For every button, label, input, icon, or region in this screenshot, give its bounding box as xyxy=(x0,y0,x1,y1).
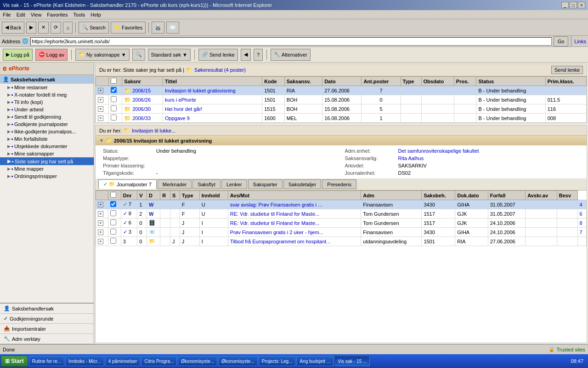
j-row-checkbox[interactable] xyxy=(110,210,116,216)
journal-row[interactable]: + 3 0 📁 J J I Tilbod frå Europaprogramm xyxy=(96,237,587,246)
th-type[interactable]: Type xyxy=(401,77,421,86)
app-nav-importsentraler[interactable]: 📥 Importsentraler xyxy=(0,324,94,334)
row-checkbox[interactable] xyxy=(111,105,117,111)
jth-r[interactable]: R xyxy=(160,191,170,200)
journal-row[interactable]: + ✓ 6 0 🗄️ J I RE: Vdr xyxy=(96,218,587,228)
tittel-link[interactable]: Oppgave 9 xyxy=(165,115,190,121)
tab-saksdetaljer[interactable]: Saksdetaljer xyxy=(283,179,322,189)
row-checkbox[interactable] xyxy=(111,115,117,121)
jth-dnr[interactable]: Dnr xyxy=(121,191,137,200)
saksnr-link[interactable]: 2006/15 xyxy=(132,88,151,93)
table-row[interactable]: + 📁 2006/15 Invitasjon til lukket gratis… xyxy=(96,86,587,95)
start-button[interactable]: ⊞ Start xyxy=(1,356,28,367)
menu-tools[interactable]: Tools xyxy=(74,12,85,17)
menu-view[interactable]: View xyxy=(31,12,42,17)
taskbar-item-rutine[interactable]: Rutine for re... xyxy=(29,356,64,366)
taskbar-item-okonomisyste2[interactable]: Økonomisyste... xyxy=(218,356,258,366)
sidebar-item-mine-mapper[interactable]: ▶ ▪ Mine mapper xyxy=(0,165,94,172)
j-row-checkbox[interactable] xyxy=(110,229,116,235)
table-row[interactable]: + 📁 2006/26 kurs i ePhorte 1501 BOH 15.0… xyxy=(96,95,587,104)
jth-avskr-av[interactable]: Avskr.av xyxy=(526,191,557,200)
row-checkbox[interactable] xyxy=(111,87,117,93)
j-innhold-link[interactable]: RE: Vdr. studietur til Finland for Maste… xyxy=(230,220,319,226)
th-obsdato[interactable]: Obsdato xyxy=(421,77,454,86)
saksansvarlig-link[interactable]: Rita Aalhus xyxy=(398,155,424,161)
j-expand-button[interactable]: + xyxy=(98,220,103,226)
alternativer-button[interactable]: 🔧 Alternativer xyxy=(271,49,311,61)
j-innhold-link[interactable]: RE: Vdr. studietur til Finland for Maste… xyxy=(230,211,319,217)
taskbar-item-projects[interactable]: Projects: Leg... xyxy=(259,356,296,366)
sidebar-item-sendt[interactable]: ▶ ▪ Sendt til godkjenning xyxy=(0,113,94,121)
taskbar-item-citrix[interactable]: Citrix Progra... xyxy=(141,356,177,366)
taskbar-item-vissak[interactable]: Vis sak - 15 ... xyxy=(334,356,370,366)
app-nav-adm[interactable]: 🔧 Adm verktøy xyxy=(0,334,94,344)
sidebar-item-siste-saker[interactable]: ▶ ▪ Siste saker jeg har sett på xyxy=(0,157,94,165)
journal-row[interactable]: + ✓ 7 1 W F U svar avsl xyxy=(96,200,587,209)
tab-lenker[interactable]: Lenker xyxy=(221,179,247,189)
journal-row[interactable]: + ✓ 3 0 📧 J I Prøv Fin xyxy=(96,228,587,237)
sidebar-item-til-info[interactable]: ▶ ▪ Til info (kopi) xyxy=(0,98,94,106)
j-expand-button[interactable]: + xyxy=(98,211,103,217)
sidebar-section-saksbehandler[interactable]: 👤 Saksbehandlersøk xyxy=(0,75,94,84)
j-innhold-link[interactable]: Tilbod frå Europaprogrammet om hospitant… xyxy=(230,239,330,244)
th-dato[interactable]: Dato xyxy=(322,77,362,86)
j-innhold-link[interactable]: svar avslag: Prøv Finansavisen gratis i … xyxy=(230,202,322,207)
th-saksansv[interactable]: Saksansv. xyxy=(284,77,322,86)
taskbar-item-okonomisyste1[interactable]: Økonomisyste... xyxy=(178,356,217,366)
jth-saksbeh[interactable]: Saksbeh. xyxy=(422,191,455,200)
favorites-button[interactable]: ⭐ Favorites xyxy=(111,22,146,34)
tab-merknader[interactable]: Merknader xyxy=(158,179,192,189)
table-row[interactable]: + 📁 2006/30 Hei hvor det går! 1515 BOH 1… xyxy=(96,104,587,114)
saksnr-link[interactable]: 2006/30 xyxy=(132,106,151,112)
refresh-button[interactable]: ⟳ xyxy=(51,22,61,34)
case-breadcrumb-link[interactable]: Invitasjon til lukke... xyxy=(132,128,175,133)
jth-s[interactable]: S xyxy=(170,191,180,200)
adm-enhet-link[interactable]: Det samfunnsvitenskapelige fakultet xyxy=(398,148,479,154)
j-innhold-link[interactable]: Prøv Finansavisen gratis i 2 uker - hjem… xyxy=(230,230,323,235)
taskbar-item-budsjett[interactable]: Ang budsjett ... xyxy=(296,356,334,366)
search-result-link[interactable]: Søkeresultat (4 poster) xyxy=(194,67,246,73)
tittel-link[interactable]: kurs i ePhorte xyxy=(165,97,196,103)
th-tittel[interactable]: Tittel xyxy=(163,77,262,86)
sidebar-item-xnotater[interactable]: ▶ ▪ X-notater fordelt til meg xyxy=(0,91,94,98)
sidebar-item-ordningsprinsipper[interactable]: ▶ ▪ Ordningsprinsipper xyxy=(0,172,94,180)
taskbar-item-innboks[interactable]: Innboks - Micr... xyxy=(65,356,104,366)
j-row-checkbox[interactable] xyxy=(110,238,116,244)
j-expand-button[interactable]: + xyxy=(98,230,103,235)
j-expand-button[interactable]: + xyxy=(98,202,103,207)
search-form-button[interactable]: 🔍 xyxy=(132,49,145,61)
sidebar-item-utsjekkede[interactable]: ▶ ▪ Utsjekkede dokumenter xyxy=(0,143,94,150)
sidebar-item-forfallsliste[interactable]: ▶ ▪ Min forfallsliste xyxy=(0,135,94,143)
journal-row[interactable]: + ✓ 8 2 W F U RE: Vdr. xyxy=(96,209,587,218)
jth-v[interactable]: V xyxy=(137,191,147,200)
jth-adm[interactable]: Adm xyxy=(361,191,422,200)
j-row-checkbox[interactable] xyxy=(110,201,116,207)
logg-pa-button[interactable]: ▶ Logg på xyxy=(3,49,33,61)
tab-presedens[interactable]: Presedens xyxy=(322,179,356,189)
address-input[interactable]: https://ephorte2kurs.uninett.no/uib/ xyxy=(30,37,551,46)
tab-saksparter[interactable]: Saksparter xyxy=(248,179,283,189)
saksnr-link[interactable]: 2006/33 xyxy=(132,115,151,121)
app-nav-godkjenning[interactable]: ✓ Godkjenningsrunde xyxy=(0,314,94,324)
send-lenke-search-button[interactable]: Send lenke xyxy=(551,66,583,74)
menu-help[interactable]: Help xyxy=(90,12,101,17)
expand-row-button[interactable]: + xyxy=(98,88,103,93)
stop-button[interactable]: ✕ xyxy=(38,22,49,34)
sidebar-item-mine-restanser[interactable]: ▶ ▪ Mine restanser xyxy=(0,84,94,91)
sidebar-item-under-arbeid[interactable]: ▶ ▪ Under arbeid xyxy=(0,106,94,113)
tab-saksflyt[interactable]: Saksflyt xyxy=(192,179,220,189)
th-ant-poster[interactable]: Ant.poster xyxy=(362,77,401,86)
sidebar-item-godkjente[interactable]: ▶ ▪ Godkjente journalposter xyxy=(0,121,94,128)
th-pros[interactable]: Pros. xyxy=(454,77,476,86)
taskbar-item-paminnelser[interactable]: 4 påminnelser xyxy=(105,356,141,366)
tittel-link[interactable]: Invitasjon til lukket gratisvisning xyxy=(165,88,235,93)
th-prim-klass[interactable]: Prim.klass. xyxy=(545,77,586,86)
th-saksnr[interactable]: Saksnr xyxy=(122,77,163,86)
jth-avs-mot[interactable]: Avs/Mot xyxy=(228,191,361,200)
sidebar-item-ikke-godkjente[interactable]: ▶ ▪ Ikke-godkjente journalpos... xyxy=(0,128,94,135)
j-expand-button[interactable]: + xyxy=(98,239,103,244)
j-besv-link[interactable]: 6 xyxy=(580,211,582,217)
row-checkbox[interactable] xyxy=(111,96,117,102)
expand-row-button[interactable]: + xyxy=(98,97,103,103)
jth-innhold[interactable]: Innhold xyxy=(199,191,228,200)
